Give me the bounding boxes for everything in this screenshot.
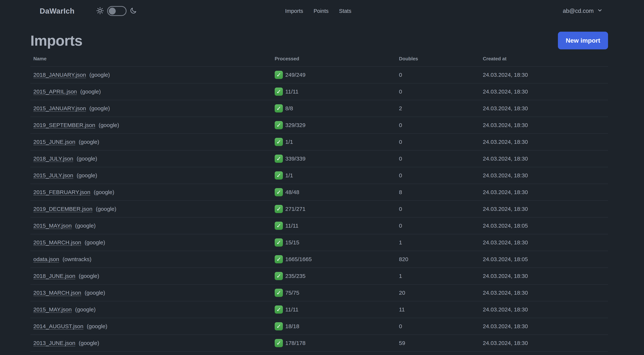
check-icon: ✓ — [275, 222, 283, 230]
import-file-link[interactable]: 2015_MAY.json — [33, 223, 72, 229]
cell-created-at: 24.03.2024, 18:30 — [480, 340, 608, 346]
cell-doubles: 0 — [396, 88, 480, 95]
new-import-button[interactable]: New import — [558, 32, 608, 49]
import-file-link[interactable]: 2015_JUNE.json — [33, 139, 75, 145]
cell-processed: ✓ 11/11 — [272, 306, 396, 314]
table-row: 2015_JUNE.json (google) ✓ 1/1 0 24.03.20… — [30, 134, 608, 150]
import-file-link[interactable]: 2013_JUNE.json — [33, 340, 75, 346]
import-source: (google) — [77, 273, 99, 279]
check-icon: ✓ — [275, 205, 283, 213]
nav-item-imports[interactable]: Imports — [285, 8, 303, 14]
check-icon: ✓ — [275, 238, 283, 247]
import-file-link[interactable]: 2018_JUNE.json — [33, 273, 75, 279]
cell-created-at: 24.03.2024, 18:30 — [480, 156, 608, 162]
cell-processed: ✓ 75/75 — [272, 289, 396, 297]
import-file-link[interactable]: 2018_JULY.json — [33, 156, 73, 162]
cell-created-at: 24.03.2024, 18:30 — [480, 323, 608, 330]
import-source: (google) — [74, 306, 96, 313]
cell-doubles: 1 — [396, 239, 480, 246]
cell-created-at: 24.03.2024, 18:30 — [480, 273, 608, 279]
cell-doubles: 1 — [396, 273, 480, 279]
import-source: (google) — [97, 122, 119, 128]
processed-count: 11/11 — [285, 306, 298, 313]
cell-processed: ✓ 249/249 — [272, 71, 396, 79]
cell-created-at: 24.03.2024, 18:30 — [480, 306, 608, 313]
theme-toggle[interactable] — [107, 6, 126, 16]
processed-count: 1/1 — [285, 172, 293, 179]
processed-count: 1/1 — [285, 139, 293, 145]
check-icon: ✓ — [275, 255, 283, 263]
import-source: (google) — [75, 172, 97, 178]
import-file-link[interactable]: 2015_FEBRUARY.json — [33, 189, 90, 195]
import-file-link[interactable]: 2019_SEPTEMBER.json — [33, 122, 95, 128]
cell-processed: ✓ 329/329 — [272, 121, 396, 129]
processed-count: 8/8 — [285, 105, 293, 112]
nav-item-points[interactable]: Points — [314, 8, 329, 14]
check-icon: ✓ — [275, 322, 283, 331]
cell-doubles: 0 — [396, 122, 480, 128]
app-logo[interactable]: DaWarIch — [40, 7, 74, 15]
cell-processed: ✓ 11/11 — [272, 87, 396, 96]
check-icon: ✓ — [275, 339, 283, 347]
processed-count: 48/48 — [285, 189, 299, 195]
page-title: Imports — [30, 33, 82, 48]
cell-doubles: 0 — [396, 323, 480, 330]
processed-count: 249/249 — [285, 72, 306, 78]
processed-count: 11/11 — [285, 88, 298, 95]
table-row: 2015_JANUARY.json (google) ✓ 8/8 2 24.03… — [30, 100, 608, 117]
import-source: (google) — [83, 290, 105, 296]
import-source: (google) — [88, 105, 110, 111]
cell-name: 2018_JUNE.json (google) — [30, 273, 272, 279]
cell-name: 2018_JULY.json (google) — [30, 156, 272, 162]
account-menu-trigger[interactable]: ab@cd.com — [563, 7, 603, 14]
import-file-link[interactable]: 2018_JANUARY.json — [33, 72, 86, 78]
check-icon: ✓ — [275, 188, 283, 196]
import-source: (google) — [88, 72, 110, 78]
cell-doubles: 0 — [396, 223, 480, 229]
navbar: DaWarIch Imports Points — [0, 0, 644, 22]
import-file-link[interactable]: 2015_JANUARY.json — [33, 105, 86, 111]
cell-name: 2015_APRIL.json (google) — [30, 88, 272, 95]
cell-doubles: 59 — [396, 340, 480, 346]
cell-name: 2015_MARCH.json (google) — [30, 239, 272, 246]
table-row: 2019_DECEMBER.json (google) ✓ 271/271 0 … — [30, 201, 608, 218]
partial-table-row: ✓ — [30, 352, 608, 355]
nav-item-stats[interactable]: Stats — [339, 8, 351, 14]
cell-processed: ✓ 1665/1665 — [272, 255, 396, 263]
theme-toggle-group — [96, 6, 137, 16]
cell-processed: ✓ 1/1 — [272, 138, 396, 146]
cell-created-at: 24.03.2024, 18:30 — [480, 122, 608, 128]
cell-processed: ✓ 15/15 — [272, 238, 396, 247]
import-file-link[interactable]: 2014_AUGUST.json — [33, 323, 83, 329]
import-file-link[interactable]: 2015_JULY.json — [33, 172, 73, 178]
import-source: (owntracks) — [61, 256, 91, 262]
processed-count: 15/15 — [285, 239, 299, 246]
processed-count: 339/339 — [285, 156, 306, 162]
page-header: Imports New import — [30, 32, 608, 49]
table-row: 2015_FEBRUARY.json (google) ✓ 48/48 8 24… — [30, 184, 608, 201]
import-file-link[interactable]: 2015_MAY.json — [33, 306, 72, 313]
check-icon: ✓ — [275, 87, 283, 96]
moon-icon — [130, 7, 137, 15]
cell-doubles: 0 — [396, 139, 480, 145]
table-row: 2013_MARCH.json (google) ✓ 75/75 20 24.0… — [30, 285, 608, 301]
cell-doubles: 0 — [396, 206, 480, 212]
cell-processed: ✓ 235/235 — [272, 272, 396, 280]
cell-name: 2019_DECEMBER.json (google) — [30, 206, 272, 212]
cell-name: odata.json (owntracks) — [30, 256, 272, 262]
cell-doubles: 2 — [396, 105, 480, 112]
check-icon: ✓ — [275, 306, 283, 314]
table-row: 2018_JULY.json (google) ✓ 339/339 0 24.0… — [30, 150, 608, 167]
import-file-link[interactable]: 2015_APRIL.json — [33, 88, 77, 95]
import-file-link[interactable]: 2015_MARCH.json — [33, 239, 81, 246]
table-header-row: Name Processed Doubles Created at — [30, 51, 608, 67]
cell-processed: ✓ 11/11 — [272, 222, 396, 230]
cell-processed: ✓ 271/271 — [272, 205, 396, 213]
import-source: (google) — [85, 323, 107, 329]
import-file-link[interactable]: 2013_MARCH.json — [33, 290, 81, 296]
cell-name: 2015_JANUARY.json (google) — [30, 105, 272, 112]
cell-processed: ✓ 8/8 — [272, 104, 396, 112]
table-row: 2013_JUNE.json (google) ✓ 178/178 59 24.… — [30, 335, 608, 352]
import-file-link[interactable]: odata.json — [33, 256, 59, 262]
import-file-link[interactable]: 2019_DECEMBER.json — [33, 206, 92, 212]
